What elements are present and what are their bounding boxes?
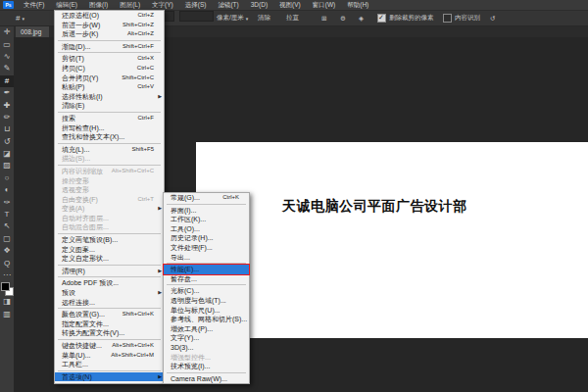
menu-item[interactable]: 渐隐(D)...Shift+Ctrl+F	[55, 42, 164, 52]
menu-item[interactable]: 预设▶	[55, 288, 164, 298]
menubar-item[interactable]: 图层(L)	[114, 0, 146, 10]
menu-item[interactable]: 透明度与色域(T)...	[164, 296, 249, 306]
resolution-unit-dropdown[interactable]: 像素/厘米 ▾	[217, 11, 248, 25]
menu-item[interactable]: 远程连接...	[55, 298, 164, 308]
foreground-color-swatch[interactable]	[1, 282, 10, 291]
menu-item[interactable]: 技术预览(I)...	[164, 362, 249, 371]
menu-item[interactable]: 转换为配置文件(V)...	[55, 328, 164, 338]
menu-item[interactable]: 指定配置文件...	[55, 319, 164, 329]
delete-cropped-pixels-checkbox[interactable]	[377, 14, 386, 23]
menu-item[interactable]: 菜单(U)...Alt+Shift+Ctrl+M	[55, 351, 164, 361]
type-tool[interactable]: T	[0, 209, 14, 220]
reset-icon[interactable]: ↺	[490, 11, 495, 25]
menu-item[interactable]: 后退一步(K)Alt+Ctrl+Z	[55, 29, 164, 39]
menu-item[interactable]: 还原选框(O)Ctrl+Z	[55, 11, 164, 21]
crop-resolution-input[interactable]	[179, 11, 214, 22]
menu-item[interactable]: 拼写检查(H)...	[55, 123, 164, 133]
menu-item[interactable]: 选择性粘贴(I)▶	[55, 92, 164, 102]
menu-item[interactable]: 工作区(K)...	[164, 215, 249, 224]
menu-item-preferences[interactable]: 首选项(N)▶	[55, 372, 164, 382]
menubar-item[interactable]: 图像(I)	[83, 0, 114, 10]
canvas-text-layer[interactable]: 天诚电脑公司平面广告设计部	[282, 198, 467, 216]
menu-item[interactable]: 参考线、网格和切片(S)...	[164, 315, 249, 324]
menu-item[interactable]: 定义画笔预设(B)...	[55, 235, 164, 245]
menu-item[interactable]: 工具栏...	[55, 360, 164, 369]
menu-item[interactable]: 拷贝(C)Ctrl+C	[55, 64, 164, 74]
menu-item[interactable]: 内容识别缩放Alt+Shift+Ctrl+C	[55, 167, 164, 176]
menu-item[interactable]: 定义图案...	[55, 245, 164, 255]
blur-tool[interactable]: ○	[0, 172, 14, 184]
menubar-item[interactable]: 滤镜(T)	[212, 0, 244, 10]
menu-item[interactable]: 颜色设置(G)...Shift+Ctrl+K	[55, 310, 164, 319]
gradient-tool[interactable]: ▨	[0, 160, 14, 172]
menu-item[interactable]: 历史记录(H)...	[164, 233, 249, 243]
straighten-button[interactable]: 拉直	[286, 11, 299, 25]
menu-item[interactable]: 合并拷贝(Y)Shift+Ctrl+C	[55, 74, 164, 83]
menu-item-performance[interactable]: 性能(E)...	[164, 265, 249, 274]
rectangular-marquee-tool[interactable]: ▭	[0, 38, 14, 50]
menubar-item[interactable]: 文字(Y)	[146, 0, 179, 10]
menu-item[interactable]: Camera Raw(W)...	[164, 374, 249, 384]
brush-tool[interactable]: ✏	[0, 112, 14, 123]
edit-toolbar-button[interactable]: ⋯	[0, 270, 14, 281]
hand-tool[interactable]: ❖	[0, 245, 14, 257]
menu-item[interactable]: 常规(G)...Ctrl+K	[164, 193, 249, 203]
menu-item[interactable]: 查找和替换文本(X)...	[55, 132, 164, 142]
clone-stamp-tool[interactable]: ⊔	[0, 123, 14, 135]
content-aware-option[interactable]: 内容识别	[443, 11, 480, 25]
current-tool-icon[interactable]: # ▾	[16, 11, 24, 25]
zoom-tool[interactable]: Q	[0, 257, 14, 269]
menubar-item[interactable]: 3D(D)	[245, 0, 273, 10]
clear-button[interactable]: 清除	[258, 11, 270, 25]
history-brush-tool[interactable]: ↺	[0, 136, 14, 148]
path-selection-tool[interactable]: ↖	[0, 220, 14, 232]
color-swatches[interactable]	[0, 281, 14, 296]
menubar-item[interactable]: 编辑(E)	[50, 0, 83, 10]
menu-item[interactable]: 搜索Ctrl+F	[55, 114, 164, 123]
delete-cropped-pixels-option[interactable]: 删除裁剪的像素	[377, 11, 434, 25]
eraser-tool[interactable]: ◪	[0, 148, 14, 160]
menu-item[interactable]: Adobe PDF 预设...	[55, 278, 164, 288]
menu-item[interactable]: 增效工具(P)...	[164, 324, 249, 334]
menu-item[interactable]: 前进一步(W)Shift+Ctrl+Z	[55, 21, 164, 30]
document-tab[interactable]: 008.jpg	[16, 26, 49, 37]
shape-tool[interactable]: ▢	[0, 233, 14, 245]
menu-item[interactable]: 自动对齐图层...	[55, 214, 164, 223]
pen-tool[interactable]: ✑	[0, 196, 14, 208]
menu-item[interactable]: 描边(S)...	[55, 154, 164, 164]
healing-brush-tool[interactable]: ✚	[0, 99, 14, 111]
crop-overlay-icon[interactable]: ⊞	[321, 11, 326, 25]
menu-item[interactable]: 文字(Y)...	[164, 333, 249, 343]
menubar-item[interactable]: 窗口(W)	[307, 0, 341, 10]
screen-mode-button[interactable]: ▥	[0, 309, 14, 320]
dodge-tool[interactable]: ◐	[0, 184, 14, 196]
menu-item[interactable]: 3D(3)...	[164, 343, 249, 353]
quick-mask-button[interactable]: ◨	[0, 296, 14, 308]
classic-mode-icon[interactable]: ◈	[359, 11, 364, 25]
menubar-item[interactable]: 帮助(H)	[341, 0, 374, 10]
menu-item[interactable]: 文件处理(F)...	[164, 243, 249, 253]
quick-selection-tool[interactable]: ✎	[0, 63, 14, 74]
menu-item[interactable]: 工具(O)...	[164, 224, 249, 234]
menu-item[interactable]: 粘贴(P)Ctrl+V	[55, 82, 164, 92]
menubar-item[interactable]: 文件(F)	[18, 0, 50, 10]
menu-item[interactable]: 暂存盘...	[164, 274, 249, 284]
canvas[interactable]: 天诚电脑公司平面广告设计部	[196, 142, 588, 338]
crop-settings-gear-icon[interactable]: ⚙	[340, 11, 346, 25]
move-tool[interactable]: ✛	[0, 26, 14, 38]
eyedropper-tool[interactable]: ✒	[0, 87, 14, 99]
menu-item[interactable]: 透视变形	[55, 185, 164, 195]
lasso-tool[interactable]: ∿	[0, 51, 14, 63]
content-aware-checkbox[interactable]	[443, 14, 452, 23]
menu-item[interactable]: 操控变形	[55, 176, 164, 186]
menu-item[interactable]: 剪切(T)Ctrl+X	[55, 54, 164, 64]
menu-item[interactable]: 清除(E)	[55, 101, 164, 111]
menu-item[interactable]: 界面(I)...	[164, 206, 249, 216]
crop-tool[interactable]: #	[0, 75, 14, 87]
menu-item[interactable]: 填充(L)...Shift+F5	[55, 145, 164, 155]
menu-item[interactable]: 导出...	[164, 253, 249, 263]
menu-item[interactable]: 变换(A)▶	[55, 204, 164, 214]
menubar-item[interactable]: 视图(V)	[273, 0, 307, 10]
menu-item[interactable]: 定义自定形状...	[55, 254, 164, 264]
menu-item[interactable]: 键盘快捷键...Alt+Shift+Ctrl+K	[55, 341, 164, 351]
